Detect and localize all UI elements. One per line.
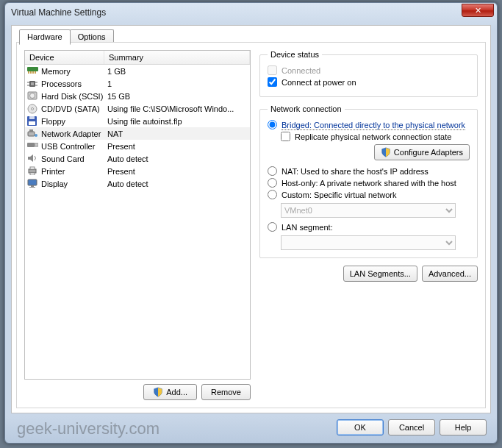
- configure-adapters-label: Configure Adapters: [394, 148, 463, 157]
- printer-icon: [27, 166, 38, 176]
- device-cell: Display: [25, 179, 104, 188]
- left-column: Device Summary Memory1 GBProcessors1Hard…: [24, 50, 251, 400]
- device-row[interactable]: Sound CardAuto detect: [25, 152, 250, 165]
- svg-point-12: [30, 93, 35, 99]
- cd-icon: [27, 104, 38, 113]
- right-side-buttons: LAN Segments... Advanced...: [259, 266, 478, 282]
- device-buttons: Add... Remove: [24, 384, 251, 400]
- svg-rect-21: [27, 143, 35, 147]
- remove-button-label: Remove: [211, 388, 241, 397]
- close-icon: ✕: [475, 6, 481, 15]
- watermark: geek-university.com: [17, 419, 159, 438]
- memory-icon: [27, 66, 38, 76]
- device-row[interactable]: Processors1: [25, 77, 250, 90]
- sound-icon: [27, 154, 38, 163]
- network-connection-title: Network connection: [268, 104, 345, 113]
- device-cell: Printer: [25, 166, 104, 176]
- device-row[interactable]: CD/DVD (SATA)Using file C:\ISO\Microsoft…: [25, 102, 250, 115]
- device-name: Hard Disk (SCSI): [41, 92, 103, 101]
- custom-network-select: VMnet0: [281, 203, 456, 218]
- network-connection-group: Network connection Bridged: Connected di…: [259, 104, 478, 258]
- column-header-summary[interactable]: Summary: [104, 51, 250, 64]
- device-row[interactable]: USB ControllerPresent: [25, 140, 250, 152]
- device-status-title: Device status: [268, 50, 322, 59]
- device-summary: Present: [104, 167, 250, 176]
- device-summary: Using file autoinst.flp: [104, 117, 250, 126]
- settings-window: Virtual Machine Settings ✕ Hardware Opti…: [4, 2, 498, 444]
- device-summary: 1: [104, 79, 250, 88]
- device-cell: Network Adapter: [25, 129, 104, 138]
- svg-rect-27: [28, 179, 37, 185]
- device-summary: Auto detect: [104, 154, 250, 163]
- device-row[interactable]: Hard Disk (SCSI)15 GB: [25, 90, 250, 102]
- window-title: Virtual Machine Settings: [11, 7, 462, 18]
- custom-radio[interactable]: [268, 190, 277, 199]
- replicate-label: Replicate physical network connection st…: [295, 132, 451, 141]
- lan-segment-select: [281, 235, 456, 250]
- display-icon: [27, 179, 38, 188]
- device-name: Processors: [41, 79, 82, 88]
- titlebar[interactable]: Virtual Machine Settings ✕: [5, 3, 497, 22]
- device-name: Display: [41, 179, 68, 188]
- device-row[interactable]: Network AdapterNAT: [25, 127, 250, 140]
- right-column: Device status Connected Connect at power…: [259, 50, 478, 400]
- device-name: Printer: [41, 167, 65, 176]
- svg-rect-25: [30, 167, 35, 169]
- device-summary: NAT: [104, 129, 250, 138]
- host-only-label: Host-only: A private network shared with…: [282, 179, 456, 188]
- bridged-radio[interactable]: [268, 120, 277, 129]
- device-summary: 1 GB: [104, 67, 250, 76]
- add-button[interactable]: Add...: [143, 384, 197, 400]
- connect-power-on-checkbox[interactable]: [268, 77, 277, 87]
- device-name: Floppy: [41, 117, 65, 126]
- hdd-icon: [27, 91, 38, 101]
- cancel-button[interactable]: Cancel: [388, 419, 435, 435]
- nat-radio[interactable]: [268, 166, 277, 176]
- host-only-radio[interactable]: [268, 178, 277, 188]
- lan-segments-button[interactable]: LAN Segments...: [343, 266, 417, 282]
- dialog-buttons: OK Cancel Help: [337, 419, 487, 435]
- device-row[interactable]: PrinterPresent: [25, 165, 250, 177]
- svg-rect-19: [29, 129, 33, 132]
- device-status-group: Device status Connected Connect at power…: [259, 50, 478, 97]
- svg-marker-23: [28, 154, 33, 162]
- device-cell: Memory: [25, 66, 104, 76]
- column-header-device[interactable]: Device: [25, 51, 104, 64]
- close-button[interactable]: ✕: [462, 4, 494, 17]
- svg-rect-0: [27, 67, 38, 71]
- configure-adapters-button[interactable]: Configure Adapters: [374, 144, 470, 160]
- svg-rect-28: [31, 185, 34, 187]
- svg-point-20: [35, 134, 37, 137]
- advanced-button[interactable]: Advanced...: [422, 266, 478, 282]
- svg-rect-29: [29, 187, 35, 188]
- tabpage-hardware: Device Summary Memory1 GBProcessors1Hard…: [16, 42, 486, 408]
- device-name: Network Adapter: [41, 129, 101, 138]
- device-cell: CD/DVD (SATA): [25, 104, 104, 113]
- device-row[interactable]: Memory1 GB: [25, 65, 250, 77]
- help-button[interactable]: Help: [440, 419, 487, 435]
- add-button-label: Add...: [166, 388, 187, 397]
- custom-label: Custom: Specific virtual network: [282, 191, 397, 199]
- svg-rect-16: [29, 116, 35, 119]
- svg-rect-4: [35, 71, 36, 74]
- device-summary: Using file C:\ISO\Microsoft Windo...: [104, 104, 250, 113]
- shield-icon: [153, 387, 163, 397]
- device-summary: Present: [104, 142, 250, 151]
- shield-icon: [381, 147, 391, 157]
- tab-hardware[interactable]: Hardware: [19, 29, 71, 45]
- device-row[interactable]: DisplayAuto detect: [25, 177, 250, 190]
- column-headers: Device Summary: [25, 51, 250, 65]
- ok-button[interactable]: OK: [337, 419, 384, 435]
- svg-rect-26: [30, 173, 35, 175]
- tabs-area: Hardware Options Device Summary Memory1 …: [12, 26, 490, 413]
- bridged-label: Bridged: Connected directly to the physi…: [282, 121, 465, 129]
- device-row[interactable]: FloppyUsing file autoinst.flp: [25, 115, 250, 127]
- replicate-checkbox[interactable]: [281, 132, 290, 141]
- device-summary: Auto detect: [104, 179, 250, 188]
- device-name: CD/DVD (SATA): [41, 104, 100, 113]
- remove-button[interactable]: Remove: [201, 384, 251, 400]
- lan-segment-radio[interactable]: [268, 222, 277, 232]
- nat-label: NAT: Used to share the host's IP address: [282, 167, 429, 176]
- svg-rect-2: [30, 71, 32, 74]
- device-list[interactable]: Device Summary Memory1 GBProcessors1Hard…: [24, 50, 251, 380]
